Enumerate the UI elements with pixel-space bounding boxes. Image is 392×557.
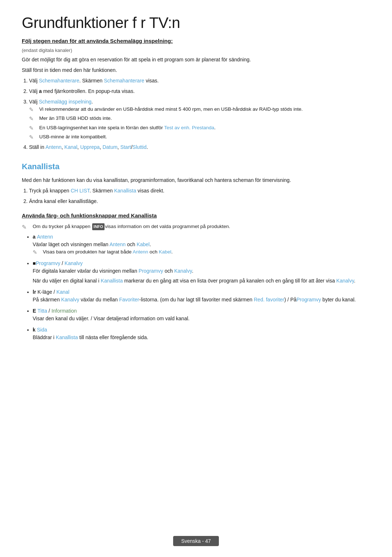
step3-link1[interactable]: Schemalägg inspelning: [39, 99, 91, 105]
titta-sub-text: Visar den kanal du väljer. / Visar detal…: [33, 315, 370, 322]
step1-text-mid: . Skärmen: [79, 78, 104, 84]
step-1: Välj Schemahanterare. Skärmen Schemahant…: [29, 77, 370, 85]
note3-link[interactable]: Test av enh. Prestanda: [164, 125, 214, 130]
note3-text: En USB-lagringsenhet kan inte spela in f…: [39, 125, 164, 130]
bullet-antenn-link[interactable]: Antenn: [37, 234, 53, 240]
step2-text: Välj a med fjärrkontrollen. En popup-rut…: [29, 88, 135, 94]
bullet-programvy-sub: För digitala kanaler växlar du visningen…: [33, 267, 370, 285]
programvy-link[interactable]: Programvy: [36, 260, 60, 266]
section-kanallista: Kanallista Med den här funktionen kan du…: [22, 162, 370, 205]
section3-note-text: Om du trycker på knappen: [33, 224, 92, 229]
bullet-e-label: E: [33, 308, 37, 314]
note1-text: Vi rekommenderar att du använder en USB-…: [39, 106, 303, 112]
k-step1-link1[interactable]: CH LIST: [71, 188, 90, 194]
step-3: Välj Schemalägg inspelning. Vi rekommend…: [29, 98, 370, 141]
section1-note-small: (endast digitala kanaler): [22, 48, 370, 53]
bullet-sida-sub: Bläddrar i Kanallista till nästa eller f…: [33, 334, 370, 341]
note-2: Mer än 3TB USB HDD stöds inte.: [29, 115, 370, 122]
kabel-link1[interactable]: Kabel: [136, 241, 150, 247]
klage-label: K-läge: [37, 289, 52, 295]
step4-link-sluttid[interactable]: Sluttid: [132, 144, 147, 150]
section1-intro2: Ställ först in tiden med den här funktio…: [22, 66, 370, 74]
kanallista-step-2: Ändra kanal eller kanallistläge.: [29, 198, 370, 205]
kanalvy-link3[interactable]: Kanalvy: [336, 278, 354, 284]
k-step1-link2[interactable]: Kanallista: [114, 188, 136, 194]
programvy-link2[interactable]: Programvy: [139, 268, 163, 274]
section2-intro: Med den här funktionen kan du visa kanal…: [22, 176, 370, 184]
step-2: Välj a med fjärrkontrollen. En popup-rut…: [29, 88, 370, 95]
antenn-note: Visas bara om produkten har lagrat både …: [33, 248, 370, 256]
sida-link[interactable]: Sida: [37, 327, 47, 333]
bullet-antenn-sub: Växlar läget och visningen mellan Antenn…: [33, 241, 370, 256]
step1-link2[interactable]: Schemahanterare: [104, 78, 144, 84]
step4-link-upprepa[interactable]: Upprepa: [80, 144, 100, 150]
bullet-titta: E Titta / Information Visar den kanal du…: [33, 307, 370, 322]
step3-text-before: Välj: [29, 99, 39, 105]
note-3: En USB-lagringsenhet kan inte spela in f…: [29, 124, 370, 131]
kanal-link1[interactable]: Kanal: [56, 289, 69, 295]
antenn-note-link2[interactable]: Kabel: [159, 249, 172, 255]
information-link[interactable]: Information: [52, 308, 77, 314]
footer: Svenska - 47: [0, 536, 392, 546]
footer-badge: Svenska - 47: [173, 536, 219, 546]
section1-intro1: Gör det möjligt för dig att göra en rese…: [22, 56, 370, 64]
bullet-titta-sub: Visar den kanal du väljer. / Visar detal…: [33, 315, 370, 322]
k-step1-before: Tryck på knappen: [29, 188, 71, 194]
step4-link-start[interactable]: Start: [120, 144, 131, 150]
kanalvy-link1[interactable]: Kanalvy: [65, 260, 83, 266]
bullet-a-label: a: [33, 234, 37, 240]
bullet-klage: lr K-läge / Kanal På skärmen Kanalvy väx…: [33, 288, 370, 304]
antenn-note-link1[interactable]: Antenn: [132, 249, 148, 255]
kanallista-step-1: Tryck på knappen CH LIST. Skärmen Kanall…: [29, 187, 370, 195]
info-icon: INFO: [92, 223, 105, 230]
section-schemalaga: Följ stegen nedan för att använda Schema…: [22, 38, 370, 151]
note4-text: USB-minne är inte kompatibelt.: [39, 134, 107, 139]
programvy-link3[interactable]: Programvy: [297, 297, 321, 302]
step4-link-antenn[interactable]: Antenn: [45, 144, 61, 150]
note2-text: Mer än 3TB USB HDD stöds inte.: [39, 115, 112, 121]
section3-intro-note: Om du trycker på knappen INFOvisas infor…: [22, 223, 370, 230]
step1-text-before: Välj: [29, 78, 39, 84]
red-favoriter-link[interactable]: Red. favoriter: [254, 297, 284, 302]
kanalvy-link2[interactable]: Kanalvy: [174, 268, 192, 274]
section2-heading: Kanallista: [22, 162, 370, 171]
kanalvy-link4[interactable]: Kanalvy: [61, 297, 79, 302]
kanallista-link-inline[interactable]: Kanallista: [101, 278, 123, 284]
note-4: USB-minne är inte kompatibelt.: [29, 133, 370, 141]
section1-heading: Följ stegen nedan för att använda Schema…: [22, 38, 370, 44]
step3-text-after: .: [91, 99, 93, 105]
bullet-sida: k Sida Bläddrar i Kanallista till nästa …: [33, 326, 370, 341]
bullet-programvy: ■Programvy / Kanalvy För digitala kanale…: [33, 260, 370, 285]
bullet-klage-sub: På skärmen Kanalvy växlar du mellan Favo…: [33, 296, 370, 304]
bullet-lr-label: lr: [33, 289, 37, 295]
section-anvanda: Använda färg- och funktionsknappar med K…: [22, 212, 370, 341]
titta-link[interactable]: Titta: [37, 308, 47, 314]
kanallista-link2[interactable]: Kanallista: [56, 334, 78, 340]
step4-text-before: Ställ in: [29, 144, 45, 150]
section3-bullets: a Antenn Växlar läget och visningen mell…: [33, 233, 370, 341]
step-4: Ställ in Antenn, Kanal, Upprepa, Datum, …: [29, 143, 370, 151]
bullet-k-label: k: [33, 327, 37, 333]
section1-steps: Välj Schemahanterare. Skärmen Schemahant…: [29, 77, 370, 151]
favoriter-link1[interactable]: Favoriter: [119, 297, 139, 302]
step4-link-datum[interactable]: Datum: [102, 144, 117, 150]
page-title: Grundfunktioner f r TV:n: [22, 15, 370, 31]
step1-text-after: visas.: [144, 78, 159, 84]
k-step1-after: visas direkt.: [136, 188, 164, 194]
section2-steps: Tryck på knappen CH LIST. Skärmen Kanall…: [29, 187, 370, 205]
k-step1-mid: . Skärmen: [90, 188, 114, 194]
note-1: Vi rekommenderar att du använder en USB-…: [29, 106, 370, 113]
section3-heading: Använda färg- och funktionsknappar med K…: [22, 212, 370, 219]
antenn-link1[interactable]: Antenn: [110, 241, 126, 247]
step4-link-kanal[interactable]: Kanal: [64, 144, 77, 150]
k-step2-text: Ändra kanal eller kanallistläge.: [29, 198, 98, 204]
step1-link1[interactable]: Schemahanterare: [39, 78, 79, 84]
bullet-antenn: a Antenn Växlar läget och visningen mell…: [33, 233, 370, 256]
